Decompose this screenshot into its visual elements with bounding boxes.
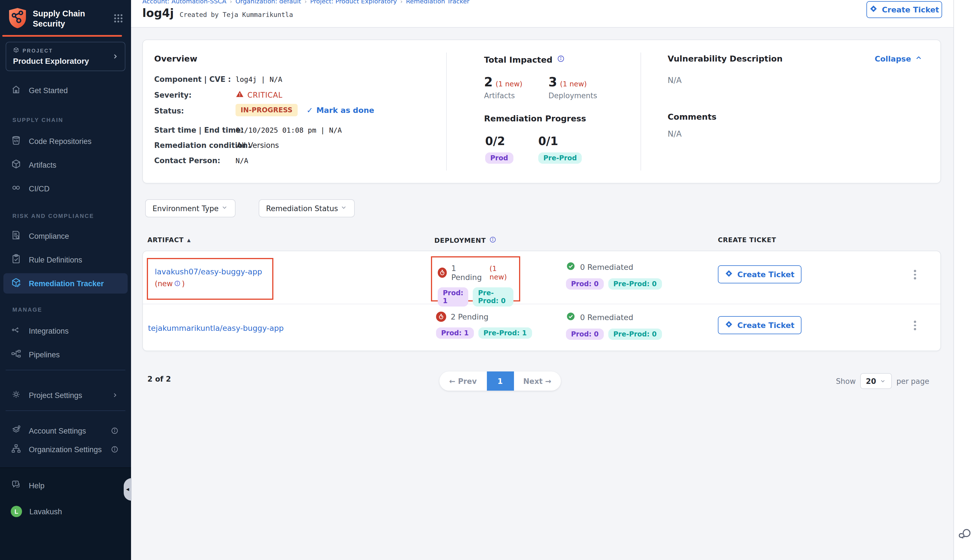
remediated-cell: 0 Remediated Prod: 0 Pre-Prod: 0 [566,312,662,340]
sidebar-item-get-started[interactable]: Get Started [3,80,128,100]
status-badge: IN-PROGRESS [235,104,298,116]
impacted-artifacts-stat: 2 (1 new) Artifacts [484,75,522,100]
create-ticket-button[interactable]: Create Ticket [718,316,801,334]
remediated-line: 0 Remediated [566,312,662,323]
pending-count: 2 Pending [451,312,489,321]
artifact-highlight-box: lavakush07/easy-buggy-app (new ) [147,258,274,300]
pager: ← Prev 1 Next → [439,372,561,391]
column-header-create-ticket: CREATE TICKET [718,236,776,244]
sidebar-item-project-settings[interactable]: Project Settings [3,385,128,405]
sidebar-item-label: Account Settings [29,427,86,435]
table-row: lavakush07/easy-buggy-app (new ) [143,251,941,304]
pending-icon [436,312,446,322]
sidebar-item-cicd[interactable]: CI/CD [3,178,128,199]
create-ticket-button[interactable]: Create Ticket [866,1,942,18]
comments-value: N/A [667,129,682,138]
warning-triangle-icon [235,90,244,100]
preprod-badge: Pre-Prod: 1 [479,327,532,339]
page-title: log4j [142,6,174,20]
contact-value: N/A [235,157,248,165]
artifact-link[interactable]: tejakummarikuntla/easy-buggy-app [148,323,284,332]
breadcrumb-account[interactable]: Account: Automation-SSCA [142,0,227,5]
info-icon[interactable] [489,236,497,245]
sidebar-item-rule-definitions[interactable]: Rule Definitions [3,250,128,270]
sidebar-item-help[interactable]: ? Help [3,475,128,496]
sidebar-item-account-settings[interactable]: Account Settings [3,420,128,441]
collapse-button[interactable]: Collapse [874,54,923,63]
row-menu-kebab-icon[interactable] [910,321,920,330]
sidebar-item-integrations[interactable]: Integrations [3,321,128,341]
right-edge-panel [953,0,976,560]
artifacts-new: (1 new) [496,80,522,88]
project-selector[interactable]: PROJECT Product Exploratory [6,42,125,71]
gear-icon [11,389,22,402]
row-menu-kebab-icon[interactable] [910,270,920,279]
sidebar-collapse-handle[interactable]: ◀ [124,478,132,501]
create-ticket-header-label: CREATE TICKET [718,236,776,244]
pagination-summary: 2 of 2 [147,375,171,383]
create-ticket-label: Create Ticket [882,5,939,14]
sidebar-item-code-repositories[interactable]: Code Repositories [3,131,128,151]
contact-label: Contact Person: [154,157,220,165]
chevron-up-icon [915,54,923,63]
module-grid-icon[interactable] [113,13,123,25]
time-value: 01/10/2025 01:08 pm | N/A [235,126,342,134]
remediated-count: 0 Remediated [580,313,633,322]
project-name: Product Exploratory [13,57,118,65]
deployments-new: (1 new) [560,80,587,88]
info-icon[interactable] [557,54,565,65]
collapse-label: Collapse [874,54,911,63]
mark-as-done-button[interactable]: ✓Mark as done [307,105,374,115]
remediation-status-label: Remediation Status [266,204,338,213]
sidebar-item-organization-settings[interactable]: Organization Settings [3,439,128,460]
environment-type-label: Environment Type [152,204,219,213]
table-row: tejakummarikuntla/easy-buggy-app 2 Pendi… [143,304,941,352]
condition-label: Remediation condition: [154,141,251,150]
next-page-button[interactable]: Next → [514,377,561,385]
pending-badges: Prod: 1 Pre-Prod: 1 [436,327,532,339]
triangle-left-icon: ◀ [126,487,129,492]
info-icon[interactable] [174,278,181,289]
new-flag-close: ) [182,280,185,288]
preprod-badge: Pre-Prod: 0 [608,278,662,290]
new-flag-open: (new [155,280,173,288]
total-impacted-heading: Total Impacted [484,55,552,64]
breadcrumb-project[interactable]: Project: Product Exploratory [310,0,397,5]
status-value-row: IN-PROGRESS ✓Mark as done [235,104,374,116]
prod-badge: Prod: 1 [438,287,469,307]
pending-new: (1 new) [489,264,514,281]
artifact-link[interactable]: lavakush07/easy-buggy-app [155,267,262,276]
sidebar-item-compliance[interactable]: Compliance [3,226,128,246]
box-icon [11,158,22,171]
page-number-button[interactable]: 1 [487,372,514,391]
sidebar-item-label: Artifacts [29,161,57,169]
breadcrumb-separator: › [230,0,232,5]
breadcrumb: Account: Automation-SSCA›Organization: d… [142,0,469,5]
sidebar-item-label: Integrations [29,327,68,335]
sidebar-item-label: CI/CD [29,184,50,193]
remediation-status-filter[interactable]: Remediation Status [259,199,355,217]
breadcrumb-separator: › [304,0,307,5]
svg-text:?: ? [15,481,17,485]
prev-label: Prev [458,377,477,385]
chevron-down-icon [879,378,886,385]
prev-page-button[interactable]: ← Prev [439,377,487,385]
breadcrumb-current[interactable]: Remediation Tracker [406,0,469,5]
sidebar-item-artifacts[interactable]: Artifacts [3,155,128,175]
show-label: Show [836,377,856,385]
preprod-badge: Pre-Prod: 0 [608,328,662,340]
integrations-icon [11,325,22,337]
page-size-select[interactable]: 20 [860,373,892,389]
create-ticket-button[interactable]: Create Ticket [718,265,801,283]
environment-type-filter[interactable]: Environment Type [145,199,235,217]
project-label-row: PROJECT [13,47,118,54]
sidebar-item-remediation-tracker[interactable]: Remediation Tracker [3,273,128,293]
chat-feedback-icon[interactable] [958,527,972,543]
column-header-artifact[interactable]: ARTIFACT ▲ [147,236,191,244]
artifacts-count: 2 [484,75,493,89]
section-risk-compliance: RISK AND COMPLIANCE [12,213,94,219]
sidebar-item-pipelines[interactable]: Pipelines [3,344,128,365]
breadcrumb-organization[interactable]: Organization: default [235,0,301,5]
help-chat-icon: ? [11,479,22,492]
sidebar-item-user[interactable]: L Lavakush [3,501,128,522]
